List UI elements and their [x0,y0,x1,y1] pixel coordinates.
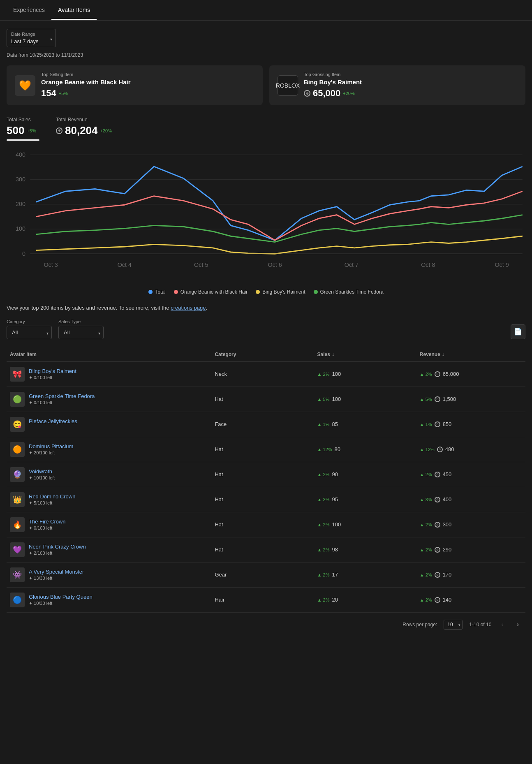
legend-dot-total [148,290,153,294]
item-thumb-10: 🔵 [10,593,25,607]
item-name-7[interactable]: The Fire Crown [29,519,66,525]
item-stock-1: ✦ 0/100 left [29,375,76,380]
sort-revenue-icon: ↓ [442,352,444,357]
svg-text:Oct 4: Oct 4 [118,262,132,268]
legend-label-green: Green Sparkles Time Fedora [320,289,384,295]
tab-avatar-items[interactable]: Avatar Items [51,1,97,20]
item-info-9: A Very Special Monster ✦ 13/30 left [29,569,84,581]
item-name-10[interactable]: Glorious Blue Party Queen [29,594,93,600]
date-range-select[interactable]: Last 7 days Last 14 days Last 30 days [11,38,51,44]
item-category-1: Neck [215,371,317,377]
next-page-button[interactable]: › [513,619,522,630]
page-info: 1-10 of 10 [469,622,491,627]
item-name-6[interactable]: Red Domino Crown [29,493,75,500]
item-name-3[interactable]: Pieface Jellyfreckles [29,418,77,424]
item-info-4: Dominus Pittacium ✦ 20/100 left [29,443,73,456]
item-category-8: Hat [215,546,317,553]
category-select-wrapper: All Hat Hair Face Neck Gear ▾ [7,326,52,339]
table-header: Avatar Item Category Sales ↓ Revenue ↓ [7,347,525,362]
col-sales[interactable]: Sales ↓ [317,352,420,357]
item-sales-4: ▲ 12% 80 [317,446,420,452]
total-revenue-badge: +20% [100,128,112,133]
col-avatar-item: Avatar Item [10,352,215,357]
col-category: Category [215,352,317,357]
rows-per-page-label: Rows per page: [402,622,437,627]
table-row: 👑 Red Domino Crown ✦ 5/100 left Hat ▲ 3%… [7,487,525,512]
table-row: 🔵 Glorious Blue Party Queen ✦ 10/30 left… [7,588,525,613]
item-revenue-6: ▲ 3% ⊙400 [420,496,522,502]
item-name-2[interactable]: Green Sparkle Time Fedora [29,393,95,399]
item-category-7: Hat [215,521,317,528]
svg-text:Oct 8: Oct 8 [421,262,435,268]
category-filter-label: Category [7,319,52,324]
item-cell-10: 🔵 Glorious Blue Party Queen ✦ 10/30 left [10,593,215,607]
chart-legend: Total Orange Beanie with Black Hair Bing… [7,289,525,295]
item-name-4[interactable]: Dominus Pittacium [29,443,73,449]
robux-icon: ⊙ [304,90,310,97]
item-cell-5: 🔮 Voidwrath ✦ 10/100 left [10,467,215,482]
item-thumb-6: 👑 [10,492,25,507]
total-revenue-value: ⊙ 80,204 +20% [56,124,112,137]
item-revenue-3: ▲ 1% ⊙850 [420,421,522,427]
category-filter-group: Category All Hat Hair Face Neck Gear ▾ [7,319,52,339]
rows-per-page-select[interactable]: 10 25 50 [444,620,463,630]
item-thumb-7: 🔥 [10,517,25,532]
item-name-8[interactable]: Neon Pink Crazy Crown [29,544,86,550]
item-name-9[interactable]: A Very Special Monster [29,569,84,575]
item-info-1: Bling Boy's Raiment ✦ 0/100 left [29,368,76,380]
total-sales-block: Total Sales 500 +5% [7,117,39,141]
item-stock-2: ✦ 0/100 left [29,400,95,405]
table-row: 🔮 Voidwrath ✦ 10/100 left Hat ▲ 2% 90 ▲ … [7,462,525,487]
total-revenue-block: Total Revenue ⊙ 80,204 +20% [56,117,112,141]
summary-section: Total Sales 500 +5% Total Revenue ⊙ 80,2… [7,117,525,141]
item-revenue-7: ▲ 2% ⊙300 [420,521,522,528]
item-sales-8: ▲ 2% 98 [317,546,420,553]
item-name-1[interactable]: Bling Boy's Raiment [29,368,76,374]
item-thumb-9: 👾 [10,567,25,582]
table-row: 👾 A Very Special Monster ✦ 13/30 left Ge… [7,563,525,588]
item-thumb-2: 🟢 [10,392,25,407]
top-grossing-card: ROBLOX Top Grossing Item Bing Boy's Raim… [269,65,525,105]
tab-experiences[interactable]: Experiences [7,1,51,20]
export-button[interactable]: 📄 [511,324,525,339]
prev-page-button[interactable]: ‹ [498,619,507,630]
item-sales-10: ▲ 2% 20 [317,597,420,603]
top-grossing-info: Top Grossing Item Bing Boy's Raiment ⊙ 6… [304,72,362,99]
item-revenue-10: ▲ 2% ⊙140 [420,597,522,603]
underline-bar [7,139,39,141]
chart-svg: 400 300 200 100 0 Oct 3 Oct 4 Oct 5 Oct … [7,149,525,285]
item-info-7: The Fire Crown ✦ 0/100 left [29,519,66,531]
svg-text:Oct 7: Oct 7 [345,262,359,268]
item-sales-3: ▲ 1% 85 [317,421,420,427]
sales-type-select[interactable]: All New Resale [58,326,104,339]
top-selling-badge: +5% [59,91,68,96]
category-select[interactable]: All Hat Hair Face Neck Gear [7,326,52,339]
legend-dot-orange [174,290,178,294]
item-sales-9: ▲ 2% 17 [317,572,420,578]
item-sales-2: ▲ 5% 100 [317,396,420,402]
svg-text:Oct 9: Oct 9 [495,262,509,268]
svg-text:400: 400 [16,151,25,158]
rows-per-page-wrapper: 10 25 50 ▾ [444,620,463,630]
item-name-5[interactable]: Voidwrath [29,468,55,475]
item-stock-10: ✦ 10/30 left [29,601,93,606]
table-container: Avatar Item Category Sales ↓ Revenue ↓ 🎀… [7,347,525,637]
sales-type-select-wrapper: All New Resale ▾ [58,326,104,339]
filters-row: Category All Hat Hair Face Neck Gear ▾ S… [7,319,525,339]
item-stock-4: ✦ 20/100 left [29,450,73,456]
item-category-6: Hat [215,496,317,502]
creations-page-link[interactable]: creations page [171,305,206,311]
col-revenue[interactable]: Revenue ↓ [420,352,522,357]
item-sales-5: ▲ 2% 90 [317,471,420,477]
pagination-row: Rows per page: 10 25 50 ▾ 1-10 of 10 ‹ › [7,613,525,637]
legend-label-total: Total [155,289,165,295]
top-selling-value: 154 +5% [41,88,131,99]
svg-text:Oct 6: Oct 6 [268,262,282,268]
sales-type-label: Sales Type [58,319,104,324]
top-nav: Experiences Avatar Items [0,0,532,21]
item-category-2: Hat [215,396,317,402]
top-selling-card: 🧡 Top Selling Item Orange Beanie with Bl… [7,65,263,105]
item-cell-6: 👑 Red Domino Crown ✦ 5/100 left [10,492,215,507]
item-cell-4: 🟠 Dominus Pittacium ✦ 20/100 left [10,442,215,457]
svg-text:100: 100 [16,225,25,232]
